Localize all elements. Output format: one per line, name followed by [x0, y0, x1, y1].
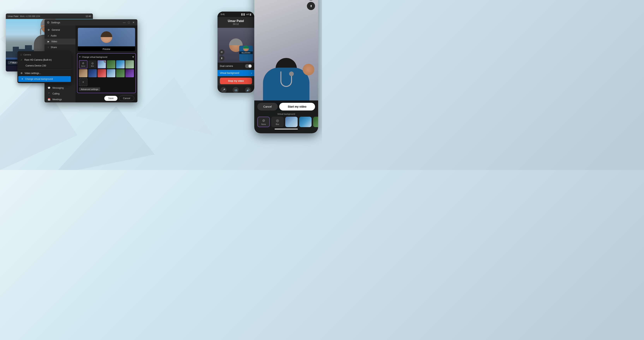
video-settings-label: Video settings...: [24, 72, 41, 75]
phone-time: 9:41: [220, 13, 225, 15]
mobile-bg-mountains[interactable]: [313, 117, 318, 127]
home-indicator: [274, 129, 298, 129]
video-titlebar: Umar Patel Work: +1 555 888 1234 12:40: [6, 13, 93, 19]
settings-content: Preview ✓ Enable hardware acceleration ✓…: [76, 25, 138, 102]
vbg-beach-item[interactable]: [116, 60, 124, 68]
settings-gear-icon: ⚙: [47, 21, 50, 24]
phone-video-btn[interactable]: 📹 Video: [232, 87, 239, 93]
phone-status-icons: ▌▌▌ wifi ▓: [241, 13, 251, 15]
vbg-none-item[interactable]: ⊘ None: [79, 60, 88, 68]
dual-camera-row: Dual camera: [218, 63, 254, 70]
vbg-remove-badge[interactable]: ✕: [104, 60, 106, 63]
vbg-blur-icon: ◎: [91, 62, 94, 65]
save-button[interactable]: Save: [104, 96, 117, 101]
vbg-grid: ⊘ None ◎ Blur ✕: [79, 60, 134, 86]
nav-video[interactable]: ▶ Video: [44, 39, 76, 44]
minimize-button[interactable]: —: [123, 21, 126, 24]
context-menu-header: □ Camera: [18, 52, 72, 57]
preview-video-content: [78, 28, 135, 46]
nav-general-label: General: [52, 29, 60, 31]
phone-effects-btn[interactable]: ⬆: [307, 2, 315, 10]
meetings-icon: 📅: [48, 98, 50, 101]
vbg-office2-item[interactable]: [107, 69, 115, 77]
vbg-chevron-icon[interactable]: ▾: [132, 55, 134, 59]
mobile-bg-none[interactable]: ⊘ None: [257, 117, 270, 127]
phone-video-area: My preview ⟳ ⬆: [218, 28, 254, 63]
mini-preview-label: My preview: [239, 51, 253, 54]
virtual-bg-panel: ✕ Change virtual background ▾ ⊘ None ◎ B…: [77, 53, 136, 93]
stop-video-button[interactable]: Stop my video: [220, 78, 252, 84]
wifi-icon: wifi: [246, 13, 249, 15]
phone-speaker-icon: 🔊: [245, 87, 251, 93]
vbg-footer: Advanced settings: [79, 87, 134, 91]
vbg-none-label: None: [81, 65, 85, 67]
virtual-bg-row[interactable]: Virtual background ›: [218, 70, 254, 76]
phone-effects-btn[interactable]: ⬆: [219, 56, 224, 61]
vbg-close-icon[interactable]: ✕: [79, 56, 81, 58]
vbg-office-item[interactable]: ✕: [98, 60, 106, 68]
maximize-button[interactable]: □: [127, 21, 130, 24]
general-icon: ⚙: [48, 29, 50, 31]
calling-icon: 📱: [48, 92, 50, 95]
signal-icon: ▌▌▌: [241, 13, 245, 15]
mobile-bg-office[interactable]: [285, 117, 298, 127]
phone-top-controls: ⟳ ⬆: [307, 0, 315, 10]
start-video-button[interactable]: Start my video: [279, 103, 315, 111]
nav-calling-label: Calling: [52, 92, 60, 95]
cancel-button[interactable]: Cancel: [119, 96, 134, 101]
phone-speaker-btn[interactable]: 🔊 Speaker: [245, 87, 251, 93]
vbg-mountains3-item[interactable]: [116, 69, 124, 77]
vbg-blur-item[interactable]: ◎ Blur: [88, 60, 97, 68]
cancel-action-button[interactable]: Cancel: [257, 103, 278, 111]
mini-preview-hair: [243, 46, 249, 48]
phone-right-bottom: Cancel Start my video Virtual background…: [254, 100, 318, 133]
mini-preview-head: [243, 46, 249, 51]
phone-video-icon: 📹: [232, 87, 239, 93]
phone-flip-camera-btn[interactable]: ⟳: [307, 0, 315, 0]
vbg-red-item[interactable]: [98, 69, 106, 77]
camera-option-1[interactable]: ✓ Rare HD Camera (Built-in): [18, 57, 72, 63]
nav-messaging[interactable]: 💬 Messaging: [44, 85, 76, 91]
mobile-bg-beach[interactable]: [299, 117, 312, 127]
settings-icon: ⚙: [20, 72, 23, 75]
settings-footer: Save Cancel: [106, 94, 138, 102]
nav-audio-label: Audio: [51, 34, 57, 37]
phone-mute-btn[interactable]: 🎤 Mute: [220, 87, 226, 93]
call-duration: 00:12: [218, 23, 254, 25]
nav-messaging-label: Messaging: [52, 87, 64, 89]
nav-share[interactable]: ↑ Share: [44, 44, 76, 50]
nav-audio[interactable]: ♪ Audio: [44, 33, 76, 39]
nav-general[interactable]: ⚙ General: [44, 27, 76, 33]
wand-icon: ✦: [21, 78, 23, 80]
vbg-title-label: Virtual background: [257, 113, 315, 115]
vbg-add-item[interactable]: +: [79, 78, 88, 86]
left-phone: 9:41 ▌▌▌ wifi ▓ Umar Patel 00:12: [218, 11, 254, 93]
camera-option-2[interactable]: Camera Device 230: [18, 63, 72, 69]
vbg-mountains2-item[interactable]: [126, 60, 134, 68]
change-virtual-bg-item[interactable]: ✦ Change virtual background: [18, 76, 71, 82]
mute-icon: 🎤: [9, 62, 12, 64]
camera-1-label: Rare HD Camera (Built-in): [24, 58, 52, 61]
check-icon: ✓: [20, 58, 22, 61]
phone-camera-flip-btn[interactable]: ⟳: [219, 49, 224, 55]
virtual-bg-chevron-icon: ›: [251, 71, 252, 75]
dual-camera-toggle[interactable]: [245, 64, 252, 68]
close-button[interactable]: ✕: [132, 21, 135, 24]
phone-mute-icon: 🎤: [220, 87, 226, 93]
vbg-living-item[interactable]: [79, 69, 88, 77]
nav-calling[interactable]: 📱 Calling: [44, 91, 76, 97]
share-icon: ↑: [48, 46, 49, 49]
advanced-settings-button[interactable]: Advanced settings: [79, 87, 100, 91]
context-menu: □ Camera ✓ Rare HD Camera (Built-in) Cam…: [18, 51, 72, 83]
settings-title: Settings: [51, 21, 60, 24]
vbg-bluegrad-item[interactable]: [88, 69, 97, 77]
vbg-blur-label: Blur: [91, 65, 94, 67]
mobile-bg-blur[interactable]: ◎ Blur: [271, 117, 284, 127]
settings-title-area: ⚙ Settings: [47, 21, 60, 24]
window-bg-in-preview: [78, 28, 135, 46]
vbg-purple-item[interactable]: [126, 69, 134, 77]
video-settings-item[interactable]: ⚙ Video settings...: [18, 70, 72, 76]
virtual-bg-label: Virtual background: [220, 72, 239, 74]
vbg-mountains-item[interactable]: [107, 60, 115, 68]
nav-meetings[interactable]: 📅 Meetings: [44, 97, 76, 102]
